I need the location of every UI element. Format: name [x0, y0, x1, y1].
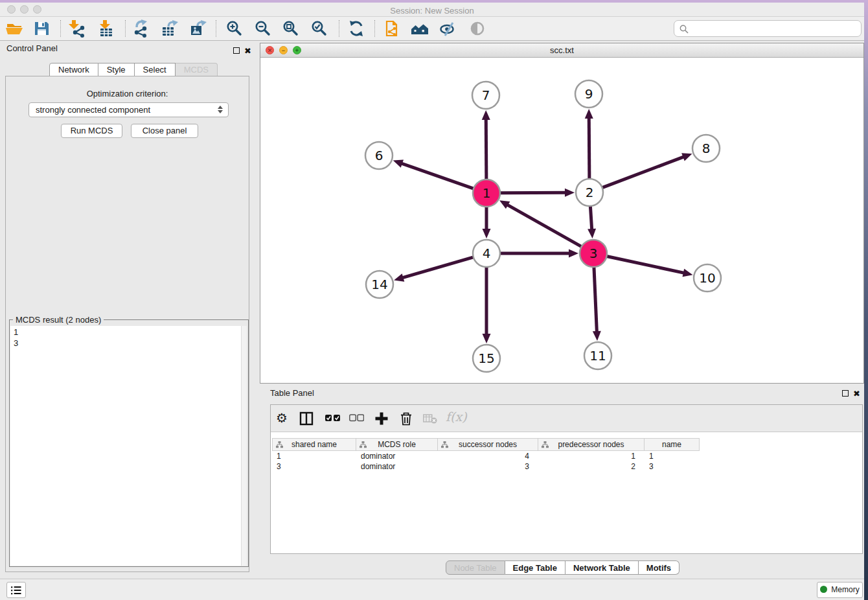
node-label-4: 4 — [483, 246, 491, 261]
node-label-2: 2 — [586, 185, 594, 200]
edge-3-10[interactable] — [607, 256, 685, 273]
tab-edge-table[interactable]: Edge Table — [505, 560, 565, 575]
add-column-icon[interactable] — [374, 411, 389, 426]
node-table-header: shared nameMCDS rolesuccessor nodesprede… — [272, 438, 700, 451]
hide-panels-icon[interactable] — [439, 19, 457, 38]
edge-3-11[interactable] — [594, 267, 597, 333]
optimization-criterion-label: Optimization criterion: — [5, 89, 249, 98]
search-input[interactable] — [674, 20, 862, 37]
edge-1-6[interactable] — [400, 163, 474, 189]
deselect-all-columns-icon[interactable] — [349, 414, 364, 422]
node-label-6: 6 — [375, 148, 383, 163]
table-cell: 1 — [645, 451, 700, 461]
tab-network-table[interactable]: Network Table — [565, 560, 639, 575]
export-table-icon[interactable] — [161, 19, 179, 38]
zoom-in-icon[interactable] — [225, 19, 244, 38]
zoom-selected-icon[interactable] — [310, 19, 328, 38]
edge-arrowhead — [569, 249, 578, 258]
export-image-icon[interactable] — [189, 19, 207, 38]
network-window-titlebar[interactable]: ✕ − + scc.txt — [260, 43, 863, 58]
memory-button[interactable]: Memory — [817, 582, 863, 598]
zoom-fit-icon[interactable] — [282, 19, 300, 38]
export-network-icon[interactable] — [132, 19, 150, 38]
table-panel-title: Table Panel — [270, 388, 314, 398]
edge-2-3[interactable] — [590, 206, 591, 231]
save-session-icon[interactable] — [32, 19, 51, 38]
home-icon[interactable] — [411, 19, 429, 38]
tab-node-table[interactable]: Node Table — [446, 560, 505, 575]
node-label-7: 7 — [482, 87, 490, 103]
zoom-out-icon[interactable] — [254, 19, 272, 38]
node-label-3: 3 — [589, 246, 598, 261]
table-cell: 1 — [272, 451, 356, 461]
network-view-window: ✕ − + scc.txt 7968124314101511 — [260, 43, 864, 384]
control-tabs: NetworkStyleSelectMCDS — [49, 63, 218, 76]
control-panel-close-icon[interactable]: ✖ — [244, 47, 251, 55]
edge-arrowhead — [394, 273, 404, 281]
window-list-button[interactable] — [6, 582, 26, 598]
table-panel-close-icon[interactable]: ✖ — [853, 389, 860, 398]
column-header-predecessor-nodes[interactable]: predecessor nodes — [538, 438, 645, 451]
network-canvas[interactable]: 7968124314101511 — [260, 58, 863, 383]
control-panel-float-icon[interactable] — [233, 47, 240, 54]
import-table-icon[interactable] — [97, 19, 115, 38]
edge-2-8[interactable] — [602, 156, 685, 187]
table-cell: 4 — [438, 451, 538, 461]
select-all-columns-icon[interactable] — [325, 414, 340, 422]
control-panel-title: Control Panel — [6, 43, 58, 53]
table-row[interactable]: 1dominator411 — [272, 451, 700, 461]
mcds-result-text[interactable]: 1 3 — [10, 326, 247, 566]
tab-style[interactable]: Style — [98, 63, 135, 76]
delete-column-icon[interactable] — [399, 411, 413, 426]
toolbar-separator — [216, 20, 216, 37]
network-title: scc.txt — [260, 45, 863, 55]
column-header-MCDS-role[interactable]: MCDS role — [356, 438, 438, 451]
table-panel-tabs: Node TableEdge TableNetwork TableMotifs — [446, 560, 680, 575]
attribute-type-icon — [360, 441, 367, 448]
mcds-result-scrollbar[interactable] — [241, 326, 247, 566]
node-label-8: 8 — [702, 141, 711, 156]
import-network-icon[interactable] — [67, 19, 86, 38]
table-row[interactable]: 3dominator323 — [272, 461, 700, 472]
network-graph[interactable]: 7968124314101511 — [260, 58, 863, 383]
edge-4-14[interactable] — [402, 257, 474, 278]
column-label: shared name — [291, 440, 337, 449]
column-label: name — [662, 440, 681, 449]
delete-table-icon[interactable] — [423, 413, 437, 424]
column-header-successor-nodes[interactable]: successor nodes — [438, 438, 538, 451]
table-cell: 2 — [538, 461, 645, 472]
attribute-type-icon — [441, 441, 448, 448]
edge-1-7[interactable] — [486, 118, 486, 179]
edge-2-9[interactable] — [589, 117, 589, 179]
node-label-10: 10 — [699, 270, 715, 286]
edge-arrowhead — [681, 153, 692, 161]
edge-3-1[interactable] — [506, 204, 581, 247]
tab-select[interactable]: Select — [135, 63, 176, 76]
close-panel-button[interactable]: Close panel — [131, 124, 198, 138]
node-table-body: 1dominator4113dominator323 — [272, 451, 700, 472]
table-panel-float-icon[interactable] — [842, 390, 849, 397]
column-layout-icon[interactable] — [299, 411, 314, 426]
table-cell: dominator — [356, 461, 438, 472]
run-mcds-button[interactable]: Run MCDS — [61, 124, 122, 138]
clone-network-icon[interactable] — [383, 19, 401, 38]
column-header-name[interactable]: name — [645, 438, 700, 451]
open-session-icon[interactable] — [5, 19, 23, 38]
table-settings-gear-icon[interactable]: ⚙ — [276, 410, 288, 426]
window-title: Session: New Session — [0, 6, 864, 16]
column-header-shared-name[interactable]: shared name — [272, 438, 356, 451]
function-builder-icon[interactable]: f(x) — [446, 410, 467, 424]
node-label-1: 1 — [483, 185, 491, 201]
edge-1-2[interactable] — [500, 192, 567, 193]
column-label: MCDS role — [378, 440, 416, 449]
tab-motifs[interactable]: Motifs — [639, 560, 680, 575]
mcds-result-title: MCDS result (2 nodes) — [13, 315, 104, 325]
show-panels-icon[interactable] — [468, 19, 486, 38]
tab-mcds[interactable]: MCDS — [176, 63, 218, 76]
tab-network[interactable]: Network — [49, 63, 98, 76]
table-cell: dominator — [356, 451, 438, 461]
refresh-icon[interactable] — [347, 19, 365, 38]
table-cell: 1 — [538, 451, 645, 461]
optimization-criterion-select[interactable]: strongly connected component — [29, 102, 229, 117]
edge-arrowhead — [588, 229, 596, 238]
